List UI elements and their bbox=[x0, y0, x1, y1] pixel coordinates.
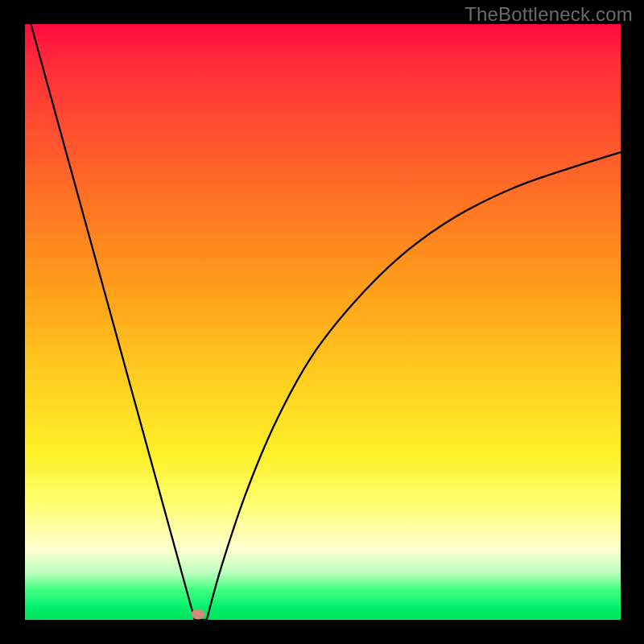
curve-path bbox=[31, 24, 621, 620]
watermark-text: TheBottleneck.com bbox=[464, 3, 633, 26]
chart-frame: TheBottleneck.com bbox=[0, 0, 644, 644]
bottleneck-curve bbox=[25, 24, 621, 620]
optimum-marker bbox=[191, 609, 204, 619]
